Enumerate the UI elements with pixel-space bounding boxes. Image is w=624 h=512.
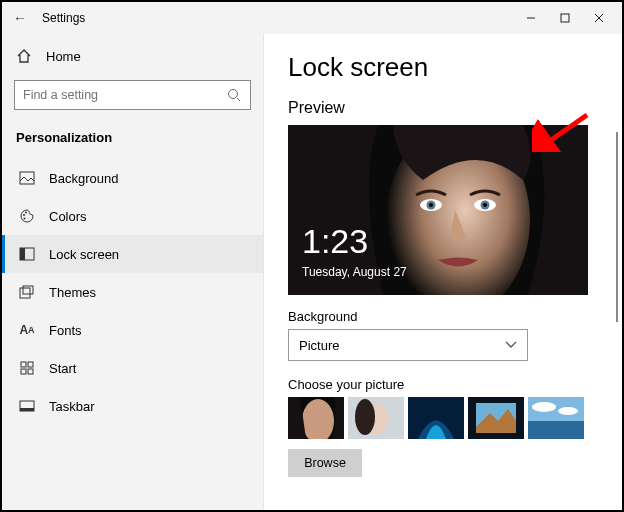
sidebar-item-label: Start <box>49 361 76 376</box>
svg-rect-11 <box>20 248 25 260</box>
sidebar-item-label: Themes <box>49 285 96 300</box>
svg-point-8 <box>25 212 27 214</box>
search-icon <box>226 87 242 103</box>
sidebar-item-label: Fonts <box>49 323 82 338</box>
palette-icon <box>19 208 35 224</box>
sidebar-item-background[interactable]: Background <box>2 159 263 197</box>
sidebar-item-label: Lock screen <box>49 247 119 262</box>
image-icon <box>19 170 35 186</box>
svg-rect-16 <box>21 369 26 374</box>
taskbar-icon <box>19 398 35 414</box>
svg-point-32 <box>355 399 375 435</box>
search-input[interactable] <box>23 88 226 102</box>
lock-date: Tuesday, August 27 <box>302 265 407 279</box>
svg-rect-12 <box>20 288 30 298</box>
main: Home Personalization Background Colo <box>2 34 622 510</box>
fonts-icon: AA <box>19 322 35 338</box>
lock-icon <box>19 246 35 262</box>
sidebar-home[interactable]: Home <box>2 40 263 72</box>
svg-point-7 <box>23 214 25 216</box>
start-icon <box>19 360 35 376</box>
sidebar-item-start[interactable]: Start <box>2 349 263 387</box>
thumbnail-4[interactable] <box>468 397 524 439</box>
titlebar: ← Settings <box>2 2 622 34</box>
scrollbar[interactable] <box>616 132 618 322</box>
svg-point-39 <box>558 407 578 415</box>
svg-rect-6 <box>20 172 34 184</box>
thumbnail-1[interactable] <box>288 397 344 439</box>
background-dropdown[interactable]: Picture <box>288 329 528 361</box>
minimize-button[interactable] <box>514 4 548 32</box>
svg-line-5 <box>237 98 240 101</box>
sidebar-item-label: Background <box>49 171 118 186</box>
svg-rect-1 <box>561 14 569 22</box>
content: Lock screen Preview <box>264 34 622 510</box>
back-icon[interactable]: ← <box>12 10 28 26</box>
background-label: Background <box>288 309 598 324</box>
search-box[interactable] <box>14 80 251 110</box>
home-icon <box>16 48 32 64</box>
choose-label: Choose your picture <box>288 377 598 392</box>
svg-rect-19 <box>20 408 34 411</box>
svg-rect-17 <box>28 369 33 374</box>
svg-rect-15 <box>28 362 33 367</box>
svg-point-24 <box>429 203 433 207</box>
sidebar-category: Personalization <box>2 124 263 159</box>
browse-button[interactable]: Browse <box>288 449 362 477</box>
thumbnail-3[interactable] <box>408 397 464 439</box>
themes-icon <box>19 284 35 300</box>
background-value: Picture <box>299 338 339 353</box>
settings-window: ← Settings Home <box>0 0 624 512</box>
annotation-arrow <box>532 112 592 152</box>
close-button[interactable] <box>582 4 616 32</box>
svg-rect-14 <box>21 362 26 367</box>
picture-thumbnails <box>288 397 598 439</box>
sidebar: Home Personalization Background Colo <box>2 34 264 510</box>
lock-time: 1:23 <box>302 222 368 261</box>
svg-point-4 <box>229 90 238 99</box>
maximize-button[interactable] <box>548 4 582 32</box>
page-title: Lock screen <box>288 52 598 83</box>
svg-point-27 <box>483 203 487 207</box>
sidebar-item-fonts[interactable]: AA Fonts <box>2 311 263 349</box>
svg-point-38 <box>532 402 556 412</box>
sidebar-item-colors[interactable]: Colors <box>2 197 263 235</box>
sidebar-item-taskbar[interactable]: Taskbar <box>2 387 263 425</box>
sidebar-item-label: Taskbar <box>49 399 95 414</box>
sidebar-item-lock-screen[interactable]: Lock screen <box>2 235 263 273</box>
chevron-down-icon <box>505 341 517 349</box>
svg-line-40 <box>544 115 587 145</box>
sidebar-item-themes[interactable]: Themes <box>2 273 263 311</box>
thumbnail-2[interactable] <box>348 397 404 439</box>
window-title: Settings <box>42 11 85 25</box>
svg-rect-13 <box>23 286 33 294</box>
svg-rect-37 <box>528 421 584 439</box>
sidebar-home-label: Home <box>46 49 81 64</box>
thumbnail-5[interactable] <box>528 397 584 439</box>
svg-point-9 <box>24 218 26 220</box>
sidebar-item-label: Colors <box>49 209 87 224</box>
